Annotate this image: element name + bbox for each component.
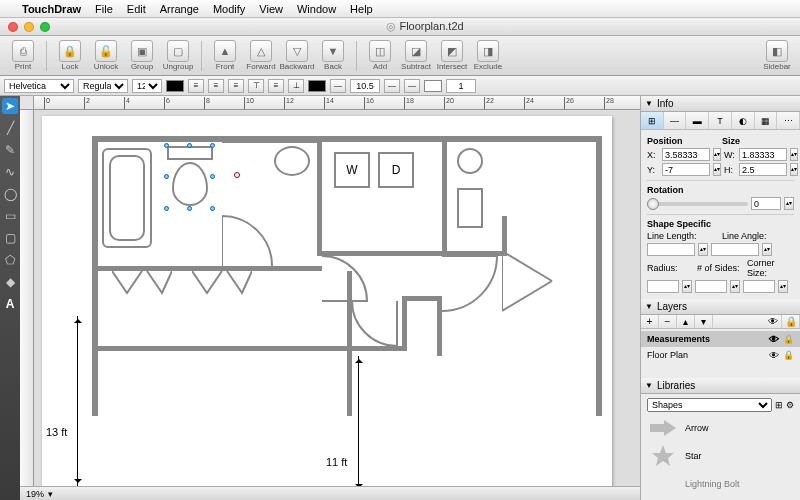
bathtub[interactable]: [102, 148, 152, 248]
window-zoom-button[interactable]: [40, 22, 50, 32]
font-family-select[interactable]: Helvetica: [4, 79, 74, 93]
layer-remove-button[interactable]: −: [659, 315, 677, 328]
text-color-swatch[interactable]: [166, 80, 184, 92]
subtract-button[interactable]: ◪Subtract: [399, 38, 433, 74]
library-item-lightning[interactable]: Lightning Bolt: [645, 470, 796, 498]
drawing-page[interactable]: W D 13 ft 11 ft: [42, 116, 612, 486]
water-heater[interactable]: [457, 148, 483, 174]
backward-button[interactable]: ▽Backward: [280, 38, 314, 74]
shadow-tab[interactable]: ◐: [732, 112, 755, 129]
window-minimize-button[interactable]: [24, 22, 34, 32]
fill-tab[interactable]: ▬: [686, 112, 709, 129]
menu-window[interactable]: Window: [297, 3, 336, 15]
library-grid-icon[interactable]: ⊞: [772, 400, 786, 410]
add-button[interactable]: ◫Add: [363, 38, 397, 74]
linestyle-button[interactable]: —: [330, 79, 346, 93]
group-button[interactable]: ▣Group: [125, 38, 159, 74]
size-w-stepper[interactable]: ▴▾: [790, 148, 798, 161]
toilet-bowl[interactable]: [172, 162, 208, 206]
dimension-11ft[interactable]: [358, 356, 359, 486]
menu-help[interactable]: Help: [350, 3, 373, 15]
layer-add-button[interactable]: +: [641, 315, 659, 328]
menu-file[interactable]: File: [95, 3, 113, 15]
exclude-button[interactable]: ◨Exclude: [471, 38, 505, 74]
menu-view[interactable]: View: [259, 3, 283, 15]
rect-tool[interactable]: ▭: [2, 208, 18, 224]
radius-input[interactable]: [647, 280, 679, 293]
valign-mid-button[interactable]: ≡: [268, 79, 284, 93]
library-item-arrow[interactable]: Arrow: [645, 414, 796, 442]
select-tool[interactable]: ➤: [2, 98, 18, 114]
line-length-input[interactable]: [647, 243, 695, 256]
dimension-13ft[interactable]: [77, 316, 78, 486]
library-item-star[interactable]: Star: [645, 442, 796, 470]
arrow-start-button[interactable]: —: [384, 79, 400, 93]
window-close-button[interactable]: [8, 22, 18, 32]
stroke-tab[interactable]: —: [664, 112, 687, 129]
line-tool[interactable]: ╱: [2, 120, 18, 136]
image-tab[interactable]: ▦: [755, 112, 778, 129]
layers-panel-header[interactable]: ▼Layers: [641, 299, 800, 315]
size-h-input[interactable]: [739, 163, 787, 176]
zoom-level[interactable]: 19%: [26, 489, 44, 499]
layer-measurements[interactable]: Measurements👁🔒: [641, 331, 800, 347]
menu-modify[interactable]: Modify: [213, 3, 245, 15]
align-right-button[interactable]: ≡: [228, 79, 244, 93]
text-tab[interactable]: T: [709, 112, 732, 129]
size-w-input[interactable]: [739, 148, 787, 161]
fill-color-swatch[interactable]: [424, 80, 442, 92]
oval-tool[interactable]: ◯: [2, 186, 18, 202]
arrow-end-button[interactable]: —: [404, 79, 420, 93]
geometry-tab[interactable]: ⊞: [641, 112, 664, 129]
vertical-ruler[interactable]: [20, 110, 34, 486]
lock-button[interactable]: 🔒Lock: [53, 38, 87, 74]
font-size-select[interactable]: 12: [132, 79, 162, 93]
roundrect-tool[interactable]: ▢: [2, 230, 18, 246]
valign-top-button[interactable]: ⊤: [248, 79, 264, 93]
sidebar-toggle-button[interactable]: ◧Sidebar: [760, 38, 794, 74]
intersect-button[interactable]: ◩Intersect: [435, 38, 469, 74]
rotation-handle[interactable]: [234, 172, 240, 178]
align-center-button[interactable]: ≡: [208, 79, 224, 93]
path-tool[interactable]: ∿: [2, 164, 18, 180]
library-set-select[interactable]: Shapes: [647, 398, 772, 412]
valign-bot-button[interactable]: ⊥: [288, 79, 304, 93]
stroke-color-swatch[interactable]: [308, 80, 326, 92]
front-button[interactable]: ▲Front: [208, 38, 242, 74]
furnace[interactable]: [457, 188, 483, 228]
polygon-tool[interactable]: ⬠: [2, 252, 18, 268]
ruler-origin[interactable]: [20, 96, 34, 110]
app-menu[interactable]: TouchDraw: [22, 3, 81, 15]
sides-input[interactable]: [695, 280, 727, 293]
pos-x-stepper[interactable]: ▴▾: [713, 148, 721, 161]
canvas[interactable]: W D 13 ft 11 ft: [34, 110, 640, 486]
horizontal-ruler[interactable]: 0246810121416182022242628: [34, 96, 640, 110]
pos-y-input[interactable]: [662, 163, 710, 176]
print-button[interactable]: ⎙Print: [6, 38, 40, 74]
stroke-width-1[interactable]: [350, 79, 380, 93]
layer-down-button[interactable]: ▾: [695, 315, 713, 328]
stroke-width-2[interactable]: [446, 79, 476, 93]
size-h-stepper[interactable]: ▴▾: [790, 163, 798, 176]
forward-button[interactable]: △Forward: [244, 38, 278, 74]
misc-tab[interactable]: ⋯: [777, 112, 800, 129]
washer[interactable]: W: [334, 152, 370, 188]
ungroup-button[interactable]: ▢Ungroup: [161, 38, 195, 74]
library-gear-icon[interactable]: ⚙: [786, 400, 794, 410]
line-angle-input[interactable]: [711, 243, 759, 256]
pos-y-stepper[interactable]: ▴▾: [713, 163, 721, 176]
align-left-button[interactable]: ≡: [188, 79, 204, 93]
dryer[interactable]: D: [378, 152, 414, 188]
sink[interactable]: [274, 146, 310, 176]
menu-edit[interactable]: Edit: [127, 3, 146, 15]
corner-input[interactable]: [743, 280, 775, 293]
unlock-button[interactable]: 🔓Unlock: [89, 38, 123, 74]
libraries-panel-header[interactable]: ▼Libraries: [641, 378, 800, 394]
font-style-select[interactable]: Regular: [78, 79, 128, 93]
back-button[interactable]: ▼Back: [316, 38, 350, 74]
info-panel-header[interactable]: ▼Info: [641, 96, 800, 112]
layer-up-button[interactable]: ▴: [677, 315, 695, 328]
pos-x-input[interactable]: [662, 148, 710, 161]
toilet-tank[interactable]: [167, 146, 213, 160]
rotation-input[interactable]: [751, 197, 781, 210]
